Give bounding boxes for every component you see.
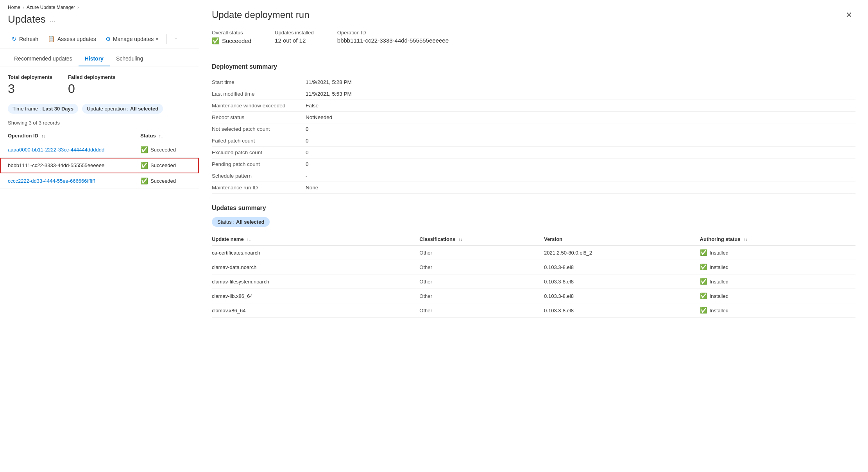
total-deployments-stat: Total deployments 3	[8, 74, 52, 96]
update-name: clamav.x86_64	[212, 308, 419, 313]
summary-row: Start time11/9/2021, 5:28 PM	[212, 77, 855, 88]
auth-success-icon: ✅	[700, 278, 707, 285]
update-class: Other	[419, 250, 544, 256]
filters-row: Time frame : Last 30 Days Update operati…	[0, 100, 199, 118]
status-value: Succeeded	[150, 147, 176, 153]
updates-table-row[interactable]: clamav-data.noarch Other 0.103.3-8.el8 ✅…	[212, 260, 855, 274]
operation-label: Update operation :	[87, 106, 129, 112]
stats-row: Total deployments 3 Failed deployments 0	[0, 66, 199, 100]
breadcrumb-sep1: ›	[23, 5, 24, 10]
update-version: 0.103.3-8.el8	[544, 279, 700, 285]
upload-button[interactable]: ↑	[170, 33, 181, 45]
summary-value: 0	[306, 126, 309, 132]
failed-deployments-label: Failed deployments	[68, 74, 115, 80]
summary-row: Not selected patch count0	[212, 123, 855, 135]
status-success-icon: ✅	[140, 177, 148, 185]
summary-key: Failed patch count	[212, 138, 306, 144]
status-success-icon: ✅	[140, 162, 148, 169]
sort-class-icon[interactable]: ↑↓	[458, 237, 463, 242]
auth-status-text: Installed	[710, 250, 728, 256]
updates-table-row[interactable]: clamav.x86_64 Other 0.103.3-8.el8 ✅ Inst…	[212, 303, 855, 318]
col-operation-header: Operation ID ↑↓	[8, 133, 140, 139]
table-row[interactable]: bbbb1111-cc22-3333-44dd-555555eeeeee ✅ S…	[0, 158, 199, 173]
summary-key: Not selected patch count	[212, 126, 306, 132]
updates-installed-group: Updates installed 12 out of 12	[275, 30, 314, 45]
summary-row: Pending patch count0	[212, 159, 855, 170]
manage-updates-button[interactable]: ⚙ Manage updates ▾	[102, 33, 162, 45]
operation-filter[interactable]: Update operation : All selected	[82, 104, 163, 114]
failed-deployments-stat: Failed deployments 0	[68, 74, 115, 96]
update-version: 0.103.3-8.el8	[544, 308, 700, 313]
failed-deployments-value: 0	[68, 82, 115, 96]
summary-row: Maintenance window exceededFalse	[212, 100, 855, 112]
sort-auth-icon[interactable]: ↑↓	[744, 237, 748, 242]
refresh-button[interactable]: ↻ Refresh	[8, 33, 42, 45]
toolbar: ↻ Refresh 📋 Assess updates ⚙ Manage upda…	[0, 30, 199, 48]
auth-success-icon: ✅	[700, 264, 707, 271]
left-panel: Home › Azure Update Manager › Updates ..…	[0, 0, 199, 472]
close-button[interactable]: ✕	[843, 9, 855, 20]
summary-row: Last modified time11/9/2021, 5:53 PM	[212, 88, 855, 100]
updates-installed-value: 12 out of 12	[275, 37, 314, 44]
update-name: clamav-data.noarch	[212, 264, 419, 270]
update-version: 2021.2.50-80.0.el8_2	[544, 250, 700, 256]
assess-updates-button[interactable]: 📋 Assess updates	[44, 33, 100, 45]
manage-label: Manage updates	[113, 36, 154, 42]
update-class: Other	[419, 279, 544, 285]
tabs-container: Recommended updates History Scheduling	[0, 52, 199, 66]
update-name: ca-certificates.noarch	[212, 250, 419, 256]
timeframe-filter[interactable]: Time frame : Last 30 Days	[8, 104, 78, 114]
summary-row: Schedule pattern-	[212, 170, 855, 182]
operation-id-cell: aaaa0000-bb11-2222-33cc-444444dddddd	[8, 147, 140, 153]
updates-table-row[interactable]: clamav-filesystem.noarch Other 0.103.3-8…	[212, 274, 855, 289]
auth-status-text: Installed	[710, 264, 728, 270]
operation-value: All selected	[130, 106, 158, 112]
assess-icon: 📋	[48, 36, 55, 43]
col-version-header: Version	[544, 236, 700, 242]
refresh-label: Refresh	[19, 36, 38, 42]
table-row[interactable]: aaaa0000-bb11-2222-33cc-444444dddddd ✅ S…	[0, 142, 199, 158]
deployment-summary: Deployment summary Start time11/9/2021, …	[212, 63, 855, 194]
page-title-ellipsis[interactable]: ...	[50, 15, 55, 23]
summary-value: -	[306, 173, 308, 179]
sort-name-icon[interactable]: ↑↓	[247, 237, 251, 242]
tab-history[interactable]: History	[79, 52, 110, 66]
summary-value: None	[306, 185, 318, 191]
status-cell: ✅ Succeeded	[140, 162, 191, 169]
auth-success-icon: ✅	[700, 249, 707, 256]
operation-id-group: Operation ID bbbb1111-cc22-3333-44dd-555…	[337, 30, 449, 45]
update-class: Other	[419, 293, 544, 299]
updates-installed-label: Updates installed	[275, 30, 314, 36]
overall-status-label: Overall status	[212, 30, 251, 36]
updates-table-header: Update name ↑↓ Classifications ↑↓ Versio…	[212, 233, 855, 246]
auth-status-text: Installed	[710, 293, 728, 299]
summary-key: Pending patch count	[212, 161, 306, 167]
summary-key: Maintenance window exceeded	[212, 103, 306, 109]
right-panel: Update deployment run ✕ Overall status ✅…	[199, 0, 868, 472]
operation-id-cell: bbbb1111-cc22-3333-44dd-555555eeeeee	[8, 162, 140, 168]
sort-operation-icon[interactable]: ↑↓	[41, 134, 46, 138]
breadcrumb-home[interactable]: Home	[8, 5, 20, 10]
updates-table-row[interactable]: ca-certificates.noarch Other 2021.2.50-8…	[212, 246, 855, 260]
auth-status-text: Installed	[710, 279, 728, 285]
update-class: Other	[419, 308, 544, 313]
update-version: 0.103.3-8.el8	[544, 264, 700, 270]
updates-rows-container: ca-certificates.noarch Other 2021.2.50-8…	[212, 246, 855, 318]
summary-key: Maintenance run ID	[212, 185, 306, 191]
status-filter-pill[interactable]: Status : All selected	[212, 217, 270, 227]
update-name: clamav-lib.x86_64	[212, 293, 419, 299]
summary-value: 0	[306, 150, 309, 155]
summary-value: 11/9/2021, 5:28 PM	[306, 79, 352, 85]
update-auth: ✅ Installed	[700, 307, 855, 314]
table-row[interactable]: cccc2222-dd33-4444-55ee-666666ffffff ✅ S…	[0, 173, 199, 189]
timeframe-value: Last 30 Days	[42, 106, 73, 112]
tab-recommended[interactable]: Recommended updates	[8, 52, 79, 66]
tab-scheduling[interactable]: Scheduling	[110, 52, 149, 66]
page-title: Updates	[8, 13, 46, 25]
sort-status-icon[interactable]: ↑↓	[159, 134, 163, 138]
assess-label: Assess updates	[57, 36, 96, 42]
updates-table: Update name ↑↓ Classifications ↑↓ Versio…	[212, 233, 855, 318]
summary-value: NotNeeded	[306, 114, 332, 120]
breadcrumb-azure-update[interactable]: Azure Update Manager	[27, 5, 75, 10]
updates-table-row[interactable]: clamav-lib.x86_64 Other 0.103.3-8.el8 ✅ …	[212, 289, 855, 303]
